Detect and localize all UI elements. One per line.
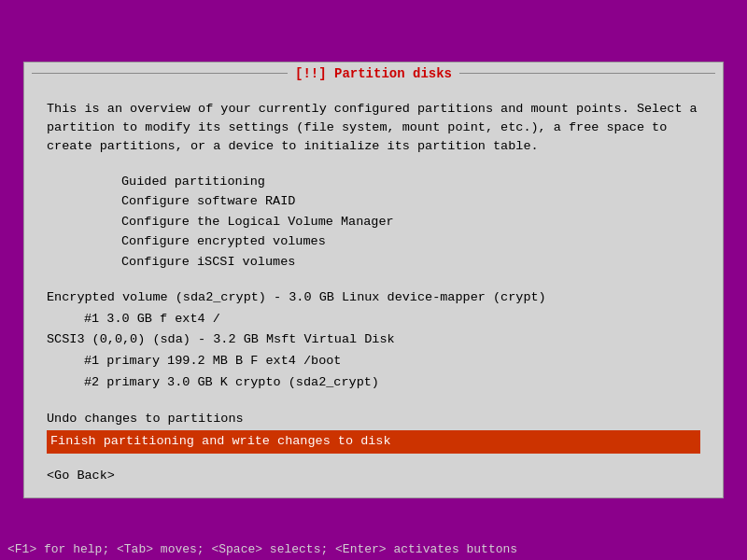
encrypted-partition-1: #1 3.0 GB f ext4 / <box>84 309 700 330</box>
scsi-partition-2: #2 primary 3.0 GB K crypto (sda2_crypt) <box>84 372 700 394</box>
scsi-partition-1: #1 primary 199.2 MB B F ext4 /boot <box>84 351 700 372</box>
status-bar: <F1> for help; <Tab> moves; <Space> sele… <box>0 539 747 560</box>
title-bar: [!!] Partition disks <box>24 63 723 85</box>
menu-item-iscsi[interactable]: Configure iSCSI volumes <box>121 252 700 273</box>
scsi-label: SCSI3 (0,0,0) (sda) - 3.2 GB Msft Virtua… <box>47 329 700 351</box>
undo-action[interactable]: Undo changes to partitions <box>47 409 700 430</box>
menu-item-software-raid[interactable]: Configure software RAID <box>121 191 700 212</box>
menu-item-lvm[interactable]: Configure the Logical Volume Manager <box>121 212 700 232</box>
screen-wrapper: [!!] Partition disks This is an overview… <box>0 0 747 560</box>
menu-item-guided[interactable]: Guided partitioning <box>121 172 700 192</box>
finish-action-label[interactable]: Finish partitioning and write changes to… <box>47 430 700 454</box>
encrypted-volume-label: Encrypted volume (sda2_crypt) - 3.0 GB L… <box>47 287 700 309</box>
dialog-content: This is an overview of your currently co… <box>24 85 723 497</box>
finish-action[interactable]: Finish partitioning and write changes to… <box>47 430 700 454</box>
title-bar-line-left <box>32 73 288 74</box>
description-text: This is an overview of your currently co… <box>47 100 700 157</box>
menu-items-list: Guided partitioning Configure software R… <box>121 172 700 273</box>
menu-item-encrypted[interactable]: Configure encrypted volumes <box>121 231 700 252</box>
action-items: Undo changes to partitions Finish partit… <box>47 409 700 454</box>
dialog-box: [!!] Partition disks This is an overview… <box>23 62 724 498</box>
partition-info: Encrypted volume (sda2_crypt) - 3.0 GB L… <box>47 287 700 395</box>
go-back-button[interactable]: <Go Back> <box>47 469 700 483</box>
title-bar-line-right <box>459 73 715 74</box>
dialog-title: [!!] Partition disks <box>288 66 459 81</box>
